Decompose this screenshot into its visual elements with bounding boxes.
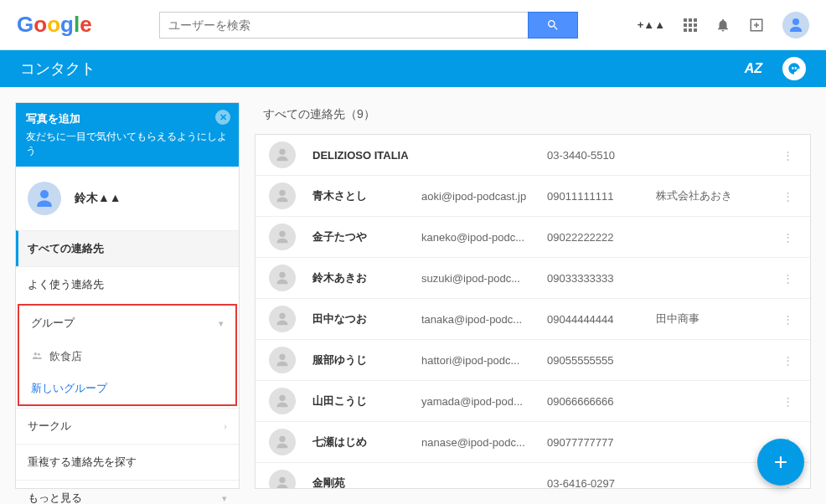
contact-name: 金剛苑 (312, 476, 421, 489)
contact-name: 服部ゆうじ (312, 352, 421, 368)
sidebar-item-label: グループ (31, 316, 75, 331)
more-icon[interactable]: ⋮ (779, 354, 797, 367)
notifications-icon[interactable] (715, 18, 730, 33)
sort-az-icon[interactable]: AZ (745, 61, 762, 76)
profile-block[interactable]: 鈴木▲▲ (16, 167, 239, 230)
chevron-down-icon: ▾ (219, 318, 224, 329)
chevron-right-icon: › (224, 421, 227, 431)
add-contact-fab[interactable]: + (757, 439, 804, 486)
contact-phone: 09033333333 (547, 272, 656, 285)
contact-row[interactable]: 金剛苑03-6416-0297⋮ (256, 463, 810, 489)
share-icon[interactable] (749, 18, 764, 33)
app-header: Google +▲▲ (0, 0, 826, 50)
app-title: コンタクト (20, 59, 96, 79)
svg-point-5 (34, 352, 38, 355)
contact-phone: 03-3440-5510 (547, 149, 656, 162)
contact-avatar (269, 347, 296, 373)
svg-point-12 (279, 354, 285, 360)
more-icon[interactable]: ⋮ (779, 149, 797, 162)
promo-text: 友だちに一目で気付いてもらえるようにしよう (26, 130, 229, 158)
contact-row[interactable]: 七瀬はじめnanase@ipod-podc...09077777777⋮ (256, 422, 810, 463)
more-icon[interactable]: ⋮ (779, 395, 797, 408)
more-icon[interactable]: ⋮ (779, 231, 797, 244)
contact-name: DELIZIOSO ITALIA (312, 149, 421, 162)
group-icon (31, 350, 43, 364)
sidebar-item-all-contacts[interactable]: すべての連絡先 (16, 230, 239, 266)
sidebar: 写真を追加 友だちに一目で気付いてもらえるようにしよう ✕ 鈴木▲▲ すべての連… (15, 102, 240, 489)
search-box (159, 12, 578, 39)
google-logo[interactable]: Google (17, 12, 92, 38)
contact-phone: 09055555555 (547, 354, 656, 367)
app-bar: コンタクト AZ (0, 50, 826, 87)
chevron-down-icon: ▾ (222, 493, 227, 504)
new-group-link[interactable]: 新しいグループ (19, 373, 235, 404)
sidebar-item-more[interactable]: もっと見る ▾ (16, 480, 239, 504)
contact-phone: 09077777777 (547, 436, 656, 449)
content-title: すべての連絡先（9） (255, 102, 811, 134)
contact-avatar (269, 141, 296, 168)
contact-phone: 03-6416-0297 (547, 477, 656, 490)
svg-point-11 (279, 313, 285, 319)
header-right: +▲▲ (638, 12, 809, 39)
svg-point-14 (279, 436, 285, 442)
group-item-restaurant[interactable]: 飲食店 (19, 341, 235, 373)
plus-icon: + (774, 449, 787, 476)
search-icon (546, 18, 560, 32)
promo-close-icon[interactable]: ✕ (215, 110, 230, 125)
contact-company: 田中商事 (656, 311, 779, 327)
svg-point-3 (792, 18, 799, 25)
contact-row[interactable]: 服部ゆうじhattori@ipod-podc...09055555555⋮ (256, 340, 810, 381)
svg-point-9 (279, 231, 285, 237)
contact-email: yamada@ipod-pod... (421, 395, 547, 408)
sidebar-item-groups[interactable]: グループ ▾ (19, 306, 235, 341)
hangouts-icon[interactable] (782, 57, 806, 80)
sidebar-item-label: もっと見る (28, 491, 82, 504)
more-icon[interactable]: ⋮ (779, 272, 797, 285)
more-icon[interactable]: ⋮ (779, 313, 797, 326)
search-input[interactable] (159, 12, 528, 39)
search-button[interactable] (528, 12, 578, 39)
profile-avatar (28, 182, 61, 215)
contact-name: 青木さとし (312, 188, 421, 203)
svg-point-8 (279, 190, 285, 196)
contact-row[interactable]: 金子たつやkaneko@ipod-podc...09022222222⋮ (256, 217, 810, 258)
contact-row[interactable]: 青木さとしaoki@ipod-podcast.jp09011111111株式会社… (256, 176, 810, 217)
contact-name: 七瀬はじめ (312, 435, 421, 450)
svg-point-10 (279, 272, 285, 278)
contact-phone: 09011111111 (547, 190, 656, 203)
apps-icon[interactable] (684, 18, 697, 32)
contact-phone: 09022222222 (547, 231, 656, 244)
contact-company: 株式会社あおき (656, 188, 779, 203)
svg-point-7 (279, 149, 285, 155)
contact-name: 田中なつお (312, 311, 421, 327)
contact-email: kaneko@ipod-podc... (421, 231, 547, 244)
contact-row[interactable]: 山田こうじyamada@ipod-pod...09066666666⋮ (256, 381, 810, 422)
contact-row[interactable]: DELIZIOSO ITALIA03-3440-5510⋮ (256, 135, 810, 176)
sidebar-item-frequent[interactable]: よく使う連絡先 (16, 266, 239, 302)
plus-user-link[interactable]: +▲▲ (638, 18, 665, 31)
contact-email: tanaka@ipod-podc... (421, 313, 547, 326)
svg-point-6 (38, 352, 40, 355)
svg-point-4 (40, 190, 49, 198)
sidebar-item-label: よく使う連絡先 (28, 277, 104, 292)
svg-point-13 (279, 395, 285, 401)
contact-avatar (269, 183, 296, 209)
contact-row[interactable]: 田中なつおtanaka@ipod-podc...09044444444田中商事⋮ (256, 299, 810, 340)
contact-list[interactable]: DELIZIOSO ITALIA03-3440-5510⋮青木さとしaoki@i… (255, 134, 811, 489)
contact-name: 金子たつや (312, 229, 421, 244)
contact-row[interactable]: 鈴木あきおsuzuki@ipod-podc...09033333333⋮ (256, 258, 810, 299)
sidebar-item-label: サークル (28, 419, 71, 434)
contact-phone: 09066666666 (547, 395, 656, 408)
profile-name: 鈴木▲▲ (75, 191, 121, 206)
group-label: 飲食店 (49, 349, 82, 364)
sidebar-item-duplicates[interactable]: 重複する連絡先を探す (16, 444, 239, 480)
sidebar-item-circles[interactable]: サークル › (16, 408, 239, 444)
promo-title: 写真を追加 (26, 111, 229, 126)
app-bar-actions: AZ (745, 57, 806, 80)
contact-phone: 09044444444 (547, 313, 656, 326)
more-icon[interactable]: ⋮ (779, 190, 797, 203)
contact-avatar (269, 224, 296, 250)
account-avatar[interactable] (782, 12, 809, 39)
contact-avatar (269, 306, 296, 332)
sidebar-item-label: 重複する連絡先を探す (28, 455, 137, 470)
